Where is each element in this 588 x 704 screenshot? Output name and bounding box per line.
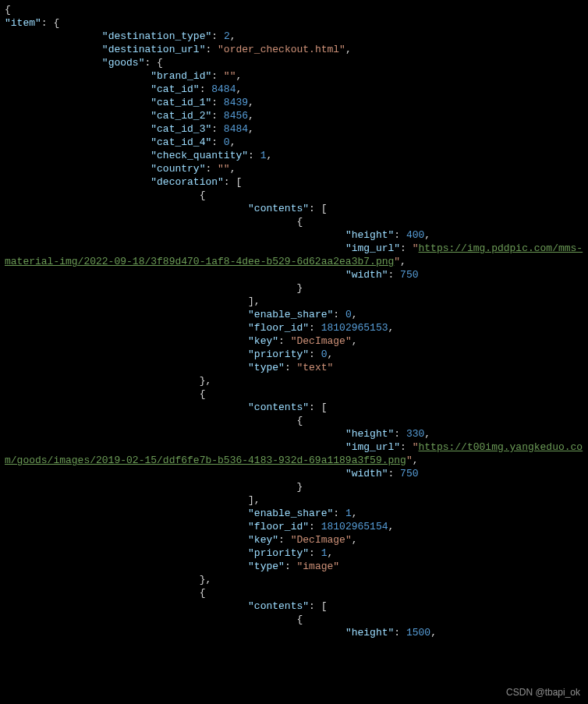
- watermark-text: CSDN @tbapi_ok: [506, 687, 580, 698]
- json-code-block: { "item": { "destination_type": 2, "dest…: [0, 0, 588, 639]
